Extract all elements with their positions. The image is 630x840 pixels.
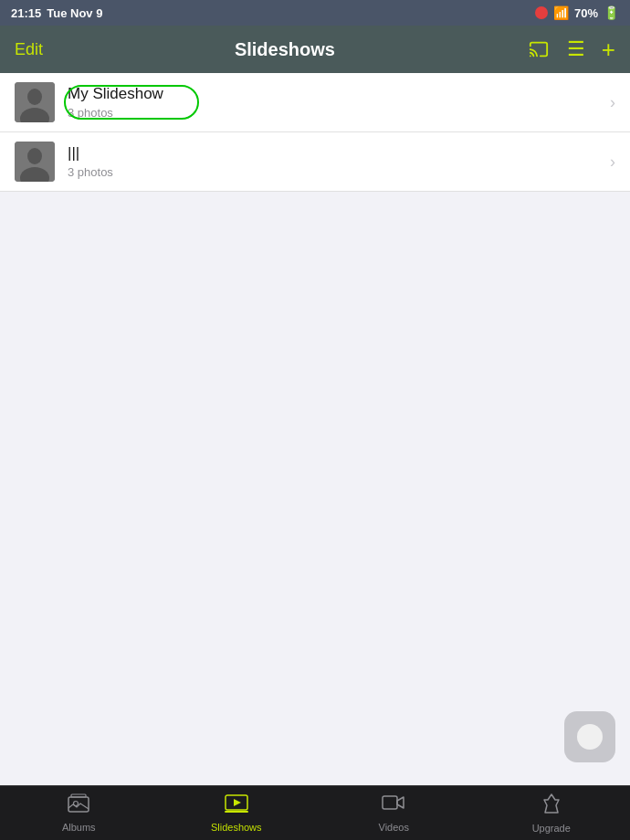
albums-icon	[68, 793, 89, 819]
tab-albums[interactable]: Albums	[0, 793, 158, 833]
item-info-1: My Slideshow 3 photos	[68, 85, 603, 120]
item-title-1: My Slideshow	[68, 85, 603, 103]
tab-videos[interactable]: Videos	[315, 793, 473, 833]
item-subtitle-1: 3 photos	[68, 106, 603, 120]
videos-icon	[382, 793, 405, 819]
item-title-2: |||	[68, 144, 603, 163]
edit-button[interactable]: Edit	[15, 40, 43, 59]
list-item[interactable]: My Slideshow 3 photos ›	[0, 73, 630, 132]
status-right: 📶 70% 🔋	[535, 5, 619, 20]
status-left: 21:15 Tue Nov 9	[11, 6, 102, 20]
svg-rect-7	[68, 797, 89, 812]
cast-icon[interactable]	[527, 39, 551, 59]
menu-icon[interactable]: ☰	[567, 37, 585, 61]
thumbnail-1	[15, 82, 55, 122]
upgrade-icon	[541, 793, 562, 820]
record-indicator	[535, 6, 548, 19]
chevron-icon-2: ›	[610, 152, 615, 172]
status-time: 21:15	[11, 6, 41, 20]
tab-upgrade[interactable]: Upgrade	[473, 793, 631, 834]
float-button-inner	[577, 724, 603, 750]
float-button[interactable]	[564, 711, 615, 762]
tab-albums-label: Albums	[62, 822, 96, 833]
list-item-2[interactable]: ||| 3 photos ›	[0, 132, 630, 192]
status-date: Tue Nov 9	[47, 6, 102, 20]
tab-bar: Albums Slideshows Videos Upgrade	[0, 785, 630, 840]
slideshow-list: My Slideshow 3 photos › ||| 3 photos ›	[0, 73, 630, 192]
nav-bar: Edit Slideshows ☰ +	[0, 26, 630, 73]
tab-slideshows-label: Slideshows	[211, 822, 262, 833]
svg-rect-13	[383, 796, 397, 809]
svg-marker-12	[234, 799, 241, 806]
battery-icon: 🔋	[604, 5, 619, 20]
svg-point-2	[27, 89, 42, 105]
wifi-icon: 📶	[553, 5, 569, 20]
page-title: Slideshows	[235, 39, 335, 60]
nav-actions: ☰ +	[527, 36, 615, 64]
add-button[interactable]: +	[602, 36, 615, 64]
status-bar: 21:15 Tue Nov 9 📶 70% 🔋	[0, 0, 630, 26]
slideshows-icon	[225, 793, 248, 819]
item-subtitle-2: 3 photos	[68, 165, 603, 179]
svg-rect-8	[71, 794, 86, 797]
item-info-2: ||| 3 photos	[68, 144, 603, 179]
svg-point-5	[27, 148, 42, 164]
main-content	[0, 192, 630, 794]
tab-slideshows[interactable]: Slideshows	[158, 793, 316, 833]
svg-rect-11	[225, 811, 248, 813]
thumbnail-2	[15, 142, 55, 182]
tab-videos-label: Videos	[379, 822, 409, 833]
tab-upgrade-label: Upgrade	[532, 823, 571, 834]
chevron-icon-1: ›	[610, 93, 615, 112]
battery-percentage: 70%	[574, 6, 598, 20]
